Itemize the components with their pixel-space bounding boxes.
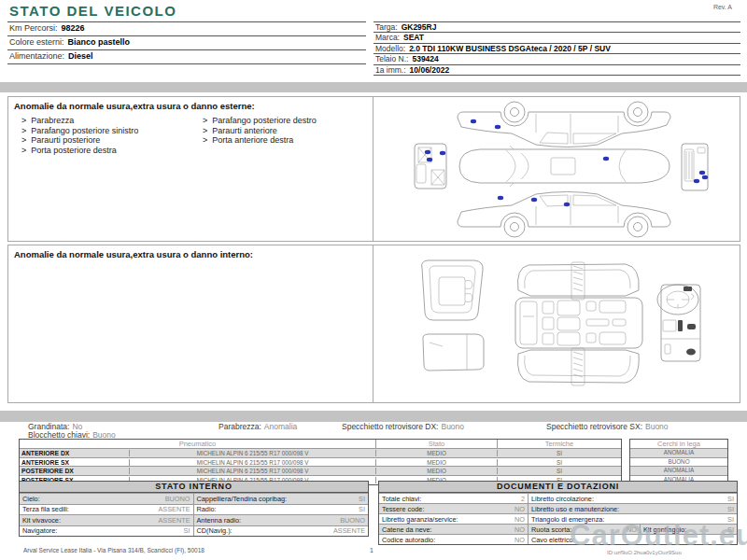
interior-car-diagram [374,245,740,402]
stato-interno-table: STATO INTERNO Cielo:BUONO Cappelliera/Te… [19,481,369,537]
documenti-title: DOCUMENTI E DOTAZIONI [379,482,737,493]
boot-lid-view [423,334,484,371]
field-targa: Targa: GK295RJ [374,22,740,33]
exterior-damage-markers [425,119,708,206]
list-item: >Paraurti posteriore [21,135,138,146]
cerchi-in-lega-table: Cerchi in lega ANOMALIA BUONO ANOMALIA A… [629,439,728,485]
stato-interno-title: STATO INTERNO [20,482,368,493]
exterior-anomalies-list-2: >Parafango posteriore destro >Paraurti a… [203,116,317,146]
table-row: Terza fila sedili:ASSENTE Radio:SI [20,504,368,515]
cabin-seats-view [515,262,642,385]
summary-specchietto-dx: Specchietto retrovisore DX:Buono [342,422,464,431]
field-prima-immatricolazione: 1a imm.: 10/06/2022 [374,65,740,76]
footer-page-number: 1 [370,547,374,553]
table-row: Cielo:BUONO Cappelliera/Tendina copribag… [20,493,368,504]
field-km-percorsi: Km Percorsi: 98226 [7,22,366,36]
page-title: STATO DEL VEICOLO [9,3,176,19]
field-alimentazione: Alimentazione: Diesel [7,50,366,64]
table-row: BUONO [630,457,727,467]
list-item: >Parafango posteriore sinistro [21,126,138,136]
list-item: >Parabrezza [21,116,138,126]
exterior-diagram-panel [373,96,740,242]
list-item: >Porta posteriore destra [21,146,138,156]
caroutlet-watermark: CarOutlet.eu [570,519,747,553]
table-row: ANOMALIA [630,466,727,475]
table-row: ANTERIORE SX MICHELIN ALPIN 6 215/55 R17… [20,457,621,467]
car-top-view [459,146,669,187]
table-row: Kit vivavoce:ASSENTE Antenna radio:BUONO [20,514,368,525]
table-row: Totale chiavi:2 Libretto circolazione:SI [379,493,737,503]
table-row: Navigatore:SI CD(Navig.):ASSENTE [20,525,368,537]
interior-anomalies-title: Anomalie da normale usura,extra usura o … [8,245,373,261]
tyre-table: Pneumatico Stato Termiche ANTERIORE DX M… [19,439,622,485]
list-item: >Porta anteriore destra [203,135,317,146]
car-front-view [415,144,446,189]
document-id: ID:uzf9uO.2hua0v1yOuz9Suu [607,550,682,555]
tyre-table-header: Pneumatico Stato Termiche [20,440,621,448]
footer-company-address: Arval Service Lease Italia - Via Pisana … [23,547,204,553]
vehicle-status-document: STATO DEL VEICOLO Rev. A Km Percorsi: 98… [0,0,747,560]
section-divider-band [0,82,747,92]
trunk-view [422,260,483,320]
summary-specchietto-sx: Specchietto retrovisore SX:Buono [546,422,669,431]
table-row: POSTERIORE DX MICHELIN ALPIN 6 215/55 R1… [20,466,621,475]
field-marca: Marca: SEAT [374,33,740,43]
field-colore-esterni: Colore esterni: Bianco pastello [7,36,366,50]
table-row: ANTERIORE DX MICHELIN ALPIN 6 215/55 R17… [20,448,621,457]
revision-label: Rev. A [713,4,732,10]
list-item: >Parafango posteriore destro [203,116,317,126]
table-row: ANOMALIA [630,448,727,457]
interior-anomalies-panel: Anomalie da normale usura,extra usura o … [7,245,374,403]
exterior-anomalies-title: Anomalie da normale usura,extra usura o … [8,97,373,113]
summary-parabrezza: Parabrezza:Anomalia [218,422,297,431]
vehicle-info-right: Targa: GK295RJ Marca: SEAT Modello: 2.0 … [374,21,740,76]
dashboard-view [657,285,700,361]
table-row: Tessere code:NO Libretto uso e manutenzi… [379,503,737,513]
vehicle-info-left: Km Percorsi: 98226 Colore esterni: Bianc… [7,21,366,64]
interior-diagram-panel [373,245,740,403]
section-divider-band [0,411,747,422]
exterior-anomalies-panel: Anomalie da normale usura,extra usura o … [7,96,374,242]
car-rear-view [682,144,708,190]
list-item: >Paraurti anteriore [203,126,317,136]
exterior-car-diagram [374,97,740,241]
field-telaio: Telaio N.: 539424 [374,54,740,64]
exterior-anomalies-list-1: >Parabrezza >Parafango posteriore sinist… [21,116,138,155]
field-modello: Modello: 2.0 TDI 110KW BUSINESS DSGAteca… [374,44,740,54]
